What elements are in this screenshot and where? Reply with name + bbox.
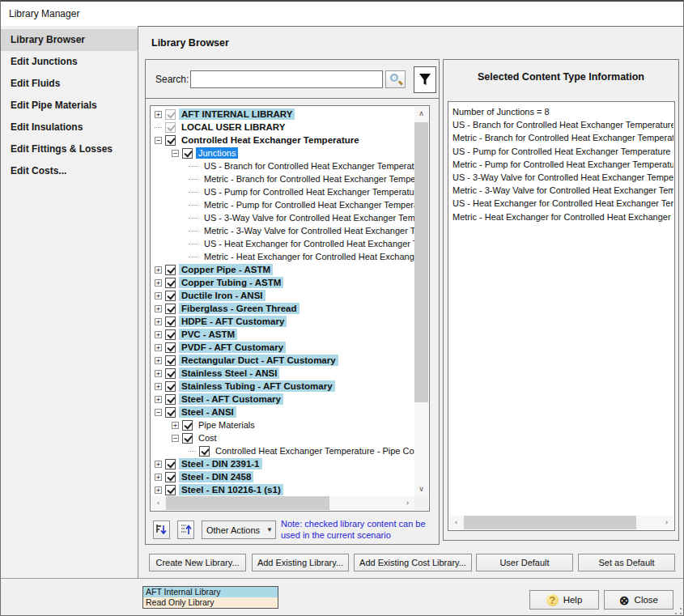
tree-item-label[interactable]: Ductile Iron - ANSI — [179, 290, 266, 301]
tree-row[interactable]: +Fiberglass - Green Thread — [151, 302, 414, 315]
scroll-right-icon[interactable]: › — [401, 496, 414, 510]
tree-row[interactable]: +PVDF - AFT Customary — [151, 341, 414, 354]
checkbox-checked[interactable] — [165, 329, 176, 340]
checkbox-checked[interactable] — [165, 368, 176, 379]
checkbox-checked[interactable] — [182, 420, 193, 431]
tree-item-label[interactable]: US - 3-Way Valve for Controlled Heat Exc… — [202, 212, 414, 223]
tree-item-label[interactable]: PVC - ASTM — [179, 329, 237, 340]
checkbox-checked[interactable] — [182, 433, 193, 444]
expand-icon[interactable]: + — [155, 383, 162, 390]
expand-icon[interactable]: + — [155, 305, 162, 312]
tree-row[interactable]: +Rectangular Duct - AFT Customary — [151, 354, 414, 367]
tree-row[interactable]: −Cost — [151, 431, 414, 444]
tree-row[interactable]: +AFT INTERNAL LIBRARY — [151, 108, 414, 121]
sidebar-item-edit-fittings-losses[interactable]: Edit Fittings & Losses — [1, 138, 138, 160]
scroll-up-icon[interactable]: ∧ — [414, 107, 428, 121]
create-new-library-button[interactable]: Create New Library... — [149, 554, 246, 571]
tree-horizontal-scrollbar[interactable]: ‹ › — [151, 496, 414, 510]
tree-item-label[interactable]: Metric - Pump for Controlled Heat Exchan… — [202, 199, 414, 210]
checkbox-checked-disabled[interactable] — [165, 122, 176, 133]
info-hscroll-thumb[interactable] — [464, 516, 636, 529]
add-existing-cost-library-button[interactable]: Add Existing Cost Library... — [354, 554, 472, 571]
expand-icon[interactable]: + — [155, 279, 162, 287]
checkbox-checked[interactable] — [199, 446, 210, 457]
collapse-icon[interactable]: − — [155, 137, 162, 144]
checkbox-checked[interactable] — [165, 135, 176, 146]
tree-row[interactable]: US - 3-Way Valve for Controlled Heat Exc… — [151, 211, 414, 224]
tree-row[interactable]: +Pipe Materials — [151, 418, 414, 431]
tree-item-label[interactable]: HDPE - AFT Customary — [179, 316, 287, 327]
tree-row[interactable]: Metric - 3-Way Valve for Controlled Heat… — [151, 224, 414, 237]
expand-icon[interactable]: + — [155, 486, 162, 494]
sidebar-item-library-browser[interactable]: Library Browser — [1, 29, 138, 51]
expand-icon[interactable]: + — [155, 461, 162, 468]
expand-all-button[interactable] — [153, 520, 170, 539]
collapse-icon[interactable]: − — [172, 435, 179, 442]
tree-item-label[interactable]: AFT INTERNAL LIBRARY — [179, 108, 295, 120]
expand-icon[interactable]: + — [155, 474, 162, 481]
checkbox-checked[interactable] — [165, 355, 176, 366]
expand-icon[interactable]: + — [155, 292, 162, 300]
checkbox-checked[interactable] — [165, 291, 176, 301]
sidebar-item-edit-junctions[interactable]: Edit Junctions — [1, 51, 138, 73]
sidebar-item-edit-costs[interactable]: Edit Costs... — [1, 160, 138, 182]
search-input[interactable] — [190, 70, 383, 88]
tree-item-label[interactable]: Rectangular Duct - AFT Customary — [179, 355, 338, 366]
tree-row[interactable]: −Junctions — [151, 147, 414, 159]
tree-item-label[interactable]: Steel - DIN 2391-1 — [179, 458, 262, 469]
checkbox-checked[interactable] — [165, 316, 176, 327]
tree-item-label[interactable]: Stainless Tubing - AFT Customary — [179, 380, 335, 392]
collapse-all-button[interactable] — [177, 520, 194, 539]
tree-row[interactable]: +Steel - DIN 2391-1 — [151, 457, 414, 470]
scroll-left-icon[interactable]: ‹ — [151, 496, 165, 510]
tree-item-label[interactable]: Steel - EN 10216-1 (s1) — [179, 484, 283, 495]
tree-hscroll-thumb[interactable] — [166, 496, 329, 510]
tree-item-label[interactable]: Copper Tubing - ASTM — [179, 277, 283, 288]
tree-row[interactable]: −Steel - ANSI — [151, 406, 414, 418]
tree-item-label[interactable]: US - Heat Exchanger for Controlled Heat … — [202, 238, 414, 249]
tree-row[interactable]: +Copper Tubing - ASTM — [151, 276, 414, 289]
tree-vscroll-thumb[interactable] — [414, 122, 428, 402]
scroll-right-icon[interactable]: › — [660, 516, 673, 529]
expand-icon[interactable]: + — [155, 357, 162, 364]
tree-item-label[interactable]: Stainless Steel - ANSI — [179, 367, 279, 379]
tree-item-label[interactable]: US - Branch for Controlled Heat Exchange… — [202, 160, 414, 172]
sidebar-item-edit-fluids[interactable]: Edit Fluids — [1, 73, 138, 95]
checkbox-checked[interactable] — [182, 148, 193, 159]
tree-row[interactable]: US - Pump for Controlled Heat Exchanger … — [151, 185, 414, 198]
expand-icon[interactable]: + — [155, 370, 162, 377]
resize-grip-icon[interactable] — [674, 607, 682, 615]
help-button[interactable]: ? Help — [529, 590, 599, 610]
expand-icon[interactable]: + — [172, 422, 179, 429]
tree-row[interactable]: +Steel - EN 10216-1 (s1) — [151, 483, 414, 496]
tree-item-label[interactable]: Controlled Heat Exchanger Temperature - … — [213, 445, 414, 457]
expand-icon[interactable]: + — [155, 266, 162, 274]
checkbox-checked[interactable] — [165, 394, 176, 405]
tree-item-label[interactable]: US - Pump for Controlled Heat Exchanger … — [202, 186, 414, 198]
tree-item-label[interactable]: Steel - DIN 2458 — [179, 471, 253, 482]
expand-icon[interactable]: + — [155, 344, 162, 351]
tree-vertical-scrollbar[interactable]: ∧ ∨ — [414, 107, 428, 496]
search-go-button[interactable] — [385, 70, 406, 88]
tree-row[interactable]: Metric - Branch for Controlled Heat Exch… — [151, 172, 414, 185]
tree-item-label[interactable]: Fiberglass - Green Thread — [179, 303, 300, 314]
tree-item-label[interactable]: Copper Pipe - ASTM — [179, 264, 273, 275]
expand-icon[interactable]: + — [155, 318, 162, 325]
tree-row[interactable]: US - Heat Exchanger for Controlled Heat … — [151, 237, 414, 250]
tree-row[interactable]: LOCAL USER LIBRARY — [151, 121, 414, 134]
checkbox-checked[interactable] — [165, 459, 176, 469]
tree-item-label[interactable]: Steel - AFT Customary — [179, 393, 283, 405]
tree-item-label[interactable]: LOCAL USER LIBRARY — [179, 121, 287, 133]
tree-row[interactable]: US - Branch for Controlled Heat Exchange… — [151, 159, 414, 172]
tree-row[interactable]: +PVC - ASTM — [151, 328, 414, 341]
checkbox-checked[interactable] — [165, 407, 176, 418]
scroll-left-icon[interactable]: ‹ — [449, 516, 463, 529]
scroll-down-icon[interactable]: ∨ — [414, 482, 428, 496]
tree-item-label[interactable]: Junctions — [196, 147, 238, 159]
tree-row[interactable]: +Steel - AFT Customary — [151, 393, 414, 406]
tree-row[interactable]: Metric - Pump for Controlled Heat Exchan… — [151, 198, 414, 211]
tree-row[interactable]: Metric - Heat Exchanger for Controlled H… — [151, 250, 414, 263]
tree-item-label[interactable]: Controlled Heat Exchanger Temperature — [179, 134, 362, 146]
info-horizontal-scrollbar[interactable]: ‹ › — [449, 516, 673, 529]
tree-item-label[interactable]: Metric - Heat Exchanger for Controlled H… — [202, 251, 414, 262]
